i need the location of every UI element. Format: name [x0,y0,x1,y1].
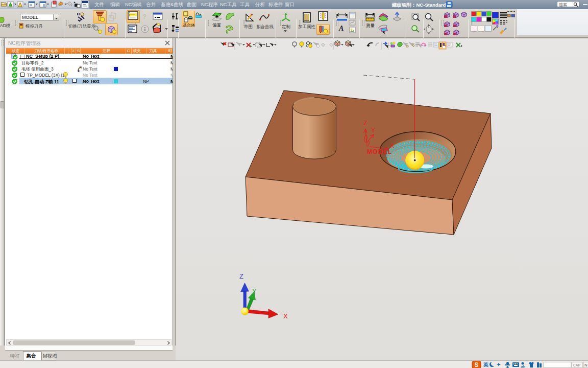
svg-text:N: N [584,363,587,367]
svg-text:CAP: CAP [573,363,581,367]
svg-text:Y: Y [371,127,375,134]
svg-text:S: S [474,361,478,368]
svg-text:MODEL: MODEL [367,148,392,155]
svg-text:英: 英 [483,362,489,367]
svg-text:Z: Z [239,272,243,280]
svg-text:Z: Z [363,120,367,127]
svg-text:Y: Y [252,287,257,295]
svg-text:X: X [283,312,288,320]
